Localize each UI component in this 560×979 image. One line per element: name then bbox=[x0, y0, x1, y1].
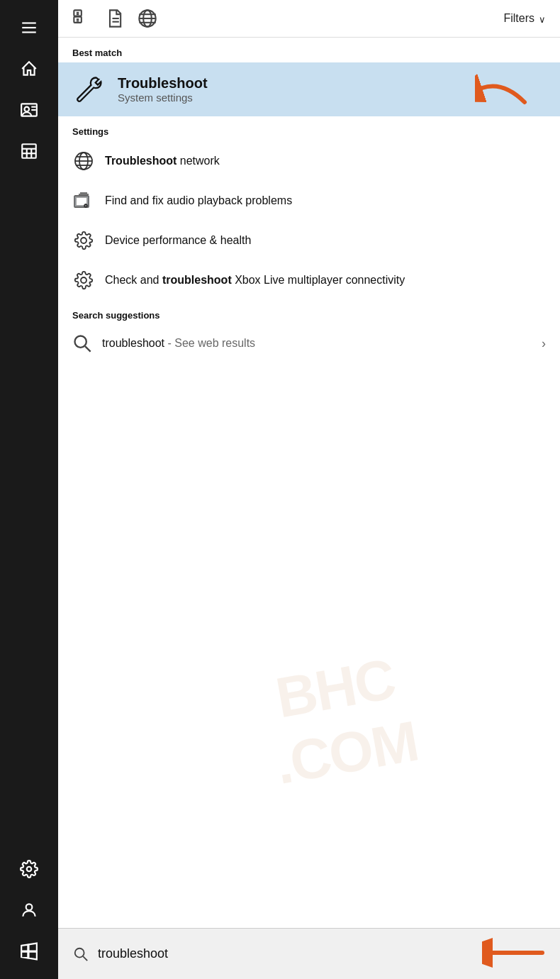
toolbar-tiles-icon[interactable] bbox=[72, 9, 92, 28]
filters-chevron: ∨ bbox=[539, 14, 546, 25]
wrench-icon bbox=[72, 72, 106, 106]
svg-point-35 bbox=[84, 204, 87, 207]
svg-line-43 bbox=[83, 956, 87, 961]
search-bar-icon bbox=[72, 946, 89, 963]
troubleshoot-network-text: Troubleshoot network bbox=[105, 154, 220, 169]
best-match-label: Best match bbox=[58, 38, 560, 62]
gear-icon-1 bbox=[72, 229, 95, 252]
svg-point-4 bbox=[25, 107, 30, 112]
sidebar-hamburger[interactable] bbox=[0, 7, 58, 48]
toolbar-globe-icon[interactable] bbox=[138, 9, 157, 28]
user-tile-icon bbox=[20, 101, 38, 119]
svg-point-42 bbox=[75, 948, 84, 957]
svg-point-12 bbox=[27, 867, 32, 872]
toolbar: Filters ∨ bbox=[58, 0, 560, 38]
user-icon bbox=[20, 901, 38, 919]
search-suggestion-item[interactable]: troubleshoot - See web results › bbox=[58, 325, 560, 362]
result-audio[interactable]: Find and fix audio playback problems bbox=[58, 181, 560, 221]
search-input[interactable] bbox=[98, 946, 474, 961]
xbox-text: Check and troubleshoot Xbox Live multipl… bbox=[105, 273, 405, 288]
suggestion-query: troubleshoot bbox=[102, 337, 164, 349]
main-panel: Filters ∨ BHC.COM Best match Troubleshoo… bbox=[58, 0, 560, 979]
search-suggestions-label: Search suggestions bbox=[58, 300, 560, 325]
sidebar-item-user-tile[interactable] bbox=[0, 89, 58, 131]
svg-point-13 bbox=[26, 904, 33, 910]
store-icon bbox=[20, 142, 38, 160]
search-suggestion-icon bbox=[72, 333, 92, 353]
sidebar-item-settings[interactable] bbox=[0, 848, 58, 890]
watermark: BHC.COM bbox=[114, 619, 560, 824]
toolbar-page-icon[interactable] bbox=[105, 9, 125, 28]
sidebar-item-user[interactable] bbox=[0, 890, 58, 931]
gear-icon-2 bbox=[72, 269, 95, 292]
search-bar-arrow bbox=[482, 937, 546, 971]
svg-rect-7 bbox=[22, 144, 36, 158]
content-area: BHC.COM Best match Troubleshoot System s… bbox=[58, 38, 560, 928]
home-icon bbox=[20, 60, 38, 78]
best-match-item[interactable]: Troubleshoot System settings bbox=[58, 62, 560, 116]
suggestion-suffix: - See web results bbox=[164, 337, 255, 349]
device-performance-text: Device performance & health bbox=[105, 233, 251, 248]
audio-icon bbox=[72, 189, 95, 212]
globe-icon bbox=[72, 150, 95, 172]
result-device-performance[interactable]: Device performance & health bbox=[58, 221, 560, 260]
audio-text: Find and fix audio playback problems bbox=[105, 194, 292, 209]
sidebar bbox=[0, 0, 58, 979]
filters-label: Filters bbox=[503, 12, 534, 25]
svg-point-39 bbox=[81, 277, 86, 283]
sidebar-item-windows[interactable] bbox=[0, 931, 58, 972]
settings-label: Settings bbox=[58, 116, 560, 141]
sidebar-item-home[interactable] bbox=[0, 48, 58, 89]
suggestion-text: troubleshoot - See web results bbox=[102, 337, 532, 350]
search-bar bbox=[58, 928, 560, 979]
sidebar-item-store[interactable] bbox=[0, 131, 58, 172]
sidebar-bottom bbox=[0, 848, 58, 979]
best-match-subtitle: System settings bbox=[118, 92, 208, 104]
hamburger-icon bbox=[20, 18, 38, 37]
windows-icon bbox=[20, 942, 38, 961]
best-match-text: Troubleshoot System settings bbox=[118, 75, 208, 104]
svg-line-41 bbox=[85, 346, 91, 352]
suggestion-chevron-icon: › bbox=[542, 336, 546, 351]
svg-point-40 bbox=[75, 336, 86, 348]
result-troubleshoot-network[interactable]: Troubleshoot network bbox=[58, 141, 560, 181]
arrow-annotation bbox=[475, 67, 532, 112]
best-match-title: Troubleshoot bbox=[118, 75, 208, 92]
filters-button[interactable]: Filters ∨ bbox=[503, 12, 546, 25]
svg-point-38 bbox=[81, 238, 86, 243]
result-xbox[interactable]: Check and troubleshoot Xbox Live multipl… bbox=[58, 260, 560, 300]
settings-icon bbox=[20, 860, 38, 878]
